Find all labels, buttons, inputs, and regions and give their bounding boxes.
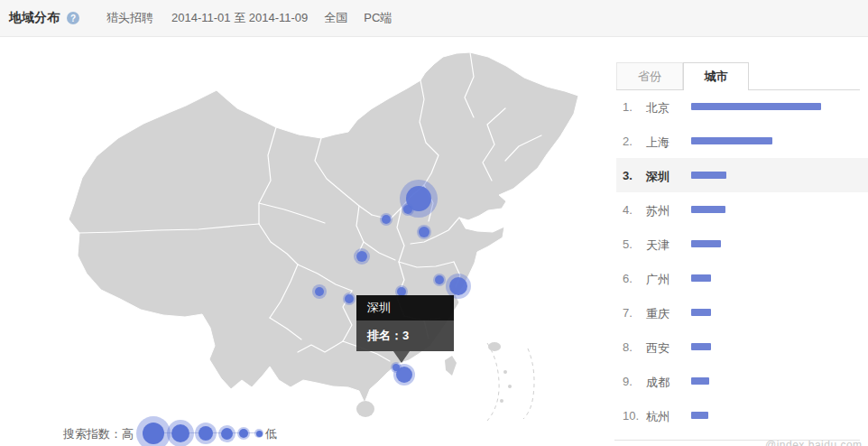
tab-province[interactable]: 省份 — [616, 62, 683, 89]
legend-circle-core — [171, 424, 189, 442]
rank-row[interactable]: 5.天津 — [616, 227, 868, 261]
map-bubble-core[interactable] — [435, 275, 444, 284]
city-name: 深圳 — [646, 169, 669, 185]
city-name: 成都 — [646, 375, 669, 391]
city-name: 西安 — [646, 340, 669, 357]
hainan-island — [356, 401, 374, 417]
index-bar — [691, 172, 726, 179]
size-legend: 搜索指数：高 低 — [63, 415, 298, 446]
city-name: 上海 — [646, 135, 669, 151]
rank-number: 10. — [623, 409, 639, 423]
rank-row[interactable]: 3.深圳 — [616, 158, 868, 192]
keyword-label: 猎头招聘 — [106, 10, 153, 26]
map-bubble-core[interactable] — [345, 294, 354, 303]
map-bubble-core[interactable] — [356, 251, 367, 262]
rank-row[interactable]: 9.成都 — [616, 364, 868, 398]
index-bar — [691, 412, 708, 419]
rank-row[interactable]: 1.北京 — [616, 89, 868, 124]
rank-row[interactable]: 6.广州 — [616, 261, 868, 295]
map-bubble-core[interactable] — [419, 227, 429, 237]
index-bar — [691, 103, 821, 110]
tooltip-rank: 排名：3 — [356, 321, 454, 351]
rank-row[interactable]: 10.杭州 — [616, 398, 868, 432]
city-name: 天津 — [646, 237, 669, 254]
tab-city[interactable]: 城市 — [683, 62, 749, 90]
rank-row[interactable]: 4.苏州 — [616, 192, 868, 227]
south-china-sea-inset — [487, 342, 534, 421]
city-name: 苏州 — [646, 203, 669, 219]
map-bubble-core[interactable] — [396, 367, 412, 383]
city-name: 杭州 — [646, 409, 669, 425]
watermark: @index.baidu.com — [765, 439, 863, 446]
index-bar — [691, 377, 709, 385]
legend-low-label: 低 — [265, 426, 277, 442]
rank-row[interactable]: 7.重庆 — [616, 295, 868, 330]
region-label: 全国 — [324, 10, 347, 26]
index-bar — [691, 309, 711, 316]
city-name: 重庆 — [646, 306, 669, 322]
taiwan-island — [445, 356, 457, 376]
legend-circle-core — [256, 431, 263, 437]
index-bar — [691, 240, 721, 247]
rank-number: 8. — [623, 340, 633, 354]
map-tooltip: 深圳 排名：3 — [356, 295, 454, 351]
ranking-tabs: 省份 城市 — [616, 62, 860, 90]
rank-number: 4. — [623, 203, 633, 217]
help-icon[interactable]: ? — [67, 12, 79, 24]
city-name: 广州 — [646, 272, 669, 288]
rank-number: 5. — [623, 237, 633, 251]
legend-circle-core — [221, 428, 233, 440]
legend-circle-core — [143, 423, 164, 444]
platform-label: PC端 — [364, 10, 392, 26]
tooltip-arrow-icon — [393, 351, 410, 363]
page-title: 地域分布 — [9, 10, 60, 26]
index-bar — [691, 137, 772, 144]
region-distribution-widget: 地域分布 ? 猎头招聘 2014-11-01 至 2014-11-09 全国 P… — [0, 0, 868, 446]
widget-header: 地域分布 ? 猎头招聘 2014-11-01 至 2014-11-09 全国 P… — [0, 0, 868, 37]
rank-number: 3. — [623, 169, 633, 182]
map-bubble-core[interactable] — [449, 277, 467, 295]
map-bubble-core[interactable] — [382, 215, 391, 224]
map-bubble-core[interactable] — [315, 287, 324, 296]
rank-number: 9. — [623, 375, 633, 388]
rank-number: 1. — [623, 100, 633, 114]
city-name: 北京 — [646, 100, 669, 116]
city-ranking-list: 1.北京2.上海3.深圳4.苏州5.天津6.广州7.重庆8.西安9.成都10.杭… — [616, 89, 868, 432]
date-range-label: 2014-11-01 至 2014-11-09 — [171, 10, 308, 26]
china-mainland-shape — [69, 52, 578, 403]
map-bubble-core[interactable] — [403, 205, 412, 214]
rank-number: 2. — [623, 135, 633, 148]
rank-row[interactable]: 2.上海 — [616, 124, 868, 158]
legend-circle-core — [199, 426, 213, 441]
legend-circle-core — [239, 429, 248, 438]
rank-row[interactable]: 8.西安 — [616, 330, 868, 364]
index-bar — [691, 343, 711, 350]
rank-number: 6. — [623, 272, 633, 285]
index-bar — [691, 274, 711, 282]
rank-number: 7. — [623, 306, 633, 320]
legend-high-label: 搜索指数：高 — [63, 426, 134, 442]
index-bar — [691, 206, 725, 213]
tooltip-city: 深圳 — [356, 295, 454, 321]
